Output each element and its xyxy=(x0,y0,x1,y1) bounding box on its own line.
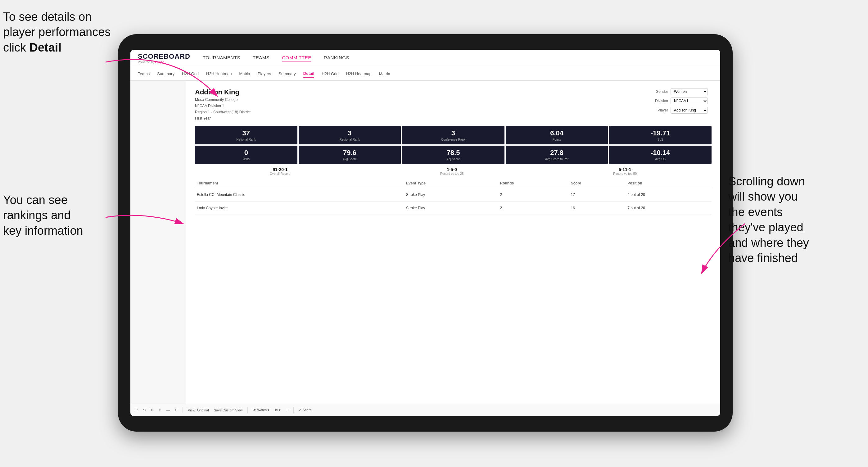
avg-sg-value: -10.14 xyxy=(612,149,709,157)
toolbar-zoom-in[interactable]: ⊕ xyxy=(151,408,154,412)
tournament-name: Lady Coyote Invite xyxy=(195,201,404,215)
player-name: Addison King xyxy=(195,88,251,96)
top25-record-label: Record vs top 25 xyxy=(440,172,464,176)
subnav-matrix2[interactable]: Matrix xyxy=(379,70,390,77)
player-header: Addison King Mesa Community College NJCA… xyxy=(195,88,712,121)
stat-sos: -19.71 SoS xyxy=(609,126,712,145)
sidebar xyxy=(130,81,186,404)
avg-sg-label: Avg SG xyxy=(612,157,709,161)
subnav-teams[interactable]: Teams xyxy=(138,70,150,77)
nav-items: TOURNAMENTS TEAMS COMMITTEE RANKINGS xyxy=(203,55,349,61)
avg-score-par-label: Avg Score to Par xyxy=(508,157,606,161)
toolbar-redo[interactable]: ↪ xyxy=(143,408,146,412)
table-row: Estella CC- Mountain Classic Stroke Play… xyxy=(195,188,712,201)
nav-bar: SCOREBOARD Powered by clippd TOURNAMENTS… xyxy=(130,50,720,67)
toolbar-grid[interactable]: ⊞ xyxy=(286,408,288,412)
nav-teams[interactable]: TEAMS xyxy=(253,55,270,61)
record-overall: 91-20-1 Overall Record xyxy=(270,167,290,176)
subnav-h2h-heatmap[interactable]: H2H Heatmap xyxy=(206,70,231,77)
player-division: NJCAA Division 1 xyxy=(195,103,251,109)
subnav-matrix[interactable]: Matrix xyxy=(239,70,250,77)
annotation-topleft: To see details on player performances cl… xyxy=(3,9,121,55)
event-type: Stroke Play xyxy=(404,201,498,215)
toolbar-monitor[interactable]: 🖥 ▾ xyxy=(274,408,281,412)
stat-conference-rank: 3 Conference Rank xyxy=(402,126,504,145)
toolbar-watch[interactable]: 👁 Watch ▾ xyxy=(253,408,270,412)
player-filters: Gender Women Division NJCAA I xyxy=(649,88,712,121)
subnav-summary2[interactable]: Summary xyxy=(278,70,296,77)
top25-record-value: 1-5-0 xyxy=(440,167,464,172)
conference-rank-label: Conference Rank xyxy=(404,138,502,141)
avg-score-par-value: 27.8 xyxy=(508,149,606,157)
tournament-table: Tournament Event Type Rounds Score Posit… xyxy=(195,179,712,215)
col-tournament: Tournament xyxy=(195,179,404,188)
stat-points: 6.04 Points xyxy=(506,126,608,145)
records-row: 91-20-1 Overall Record 1-5-0 Record vs t… xyxy=(195,167,712,176)
nav-tournaments[interactable]: TOURNAMENTS xyxy=(203,55,240,61)
record-top50: 5-11-1 Record vs top 50 xyxy=(613,167,637,176)
stat-avg-score-par: 27.8 Avg Score to Par xyxy=(506,146,608,164)
player-region: Region 1 - Southwest (18) District xyxy=(195,109,251,115)
stat-avg-score: 79.6 Avg Score xyxy=(299,146,401,164)
subnav-h2h-heatmap2[interactable]: H2H Heatmap xyxy=(346,70,371,77)
subnav-h2h-grid[interactable]: H2H Grid xyxy=(182,70,199,77)
national-rank-label: National Rank xyxy=(197,138,295,141)
toolbar-sep1 xyxy=(183,407,183,413)
subnav-summary[interactable]: Summary xyxy=(157,70,175,77)
tablet-screen: SCOREBOARD Powered by clippd TOURNAMENTS… xyxy=(130,50,720,416)
division-label: Division xyxy=(649,99,668,103)
overall-record-value: 91-20-1 xyxy=(270,167,290,172)
adj-score-label: Adj Score xyxy=(404,157,502,161)
col-rounds: Rounds xyxy=(498,179,569,188)
subnav-players[interactable]: Players xyxy=(258,70,271,77)
main-content: Addison King Mesa Community College NJCA… xyxy=(130,81,720,404)
nav-rankings[interactable]: RANKINGS xyxy=(324,55,349,61)
toolbar-undo[interactable]: ↩ xyxy=(135,408,138,412)
app-title: SCOREBOARD xyxy=(138,53,190,61)
stat-wins: 0 Wins xyxy=(195,146,298,164)
toolbar-sep2 xyxy=(247,407,248,413)
event-type: Stroke Play xyxy=(404,188,498,201)
toolbar-save-custom[interactable]: Save Custom View xyxy=(214,408,243,412)
regional-rank-label: Regional Rank xyxy=(301,138,399,141)
player-info: Addison King Mesa Community College NJCA… xyxy=(195,88,251,121)
table-row: Lady Coyote Invite Stroke Play 2 16 7 ou… xyxy=(195,201,712,215)
gender-label: Gender xyxy=(649,89,668,94)
gender-select[interactable]: Women xyxy=(671,88,708,95)
conference-rank-value: 3 xyxy=(404,129,502,137)
score: 17 xyxy=(569,188,626,201)
toolbar-view-original[interactable]: View: Original xyxy=(188,408,209,412)
adj-score-value: 78.5 xyxy=(404,149,502,157)
stat-national-rank: 37 National Rank xyxy=(195,126,298,145)
player-year: First Year xyxy=(195,116,251,121)
stat-adj-score: 78.5 Adj Score xyxy=(402,146,504,164)
nav-committee[interactable]: COMMITTEE xyxy=(282,55,311,61)
tournament-name: Estella CC- Mountain Classic xyxy=(195,188,404,201)
avg-score-value: 79.6 xyxy=(301,149,399,157)
toolbar-share[interactable]: ⤢ Share xyxy=(299,408,311,412)
wins-label: Wins xyxy=(197,157,295,161)
player-label: Player xyxy=(649,108,668,113)
stats-row-2: 0 Wins 79.6 Avg Score 78.5 Adj Score 27.… xyxy=(195,146,712,164)
position: 7 out of 20 xyxy=(625,201,712,215)
col-position: Position xyxy=(625,179,712,188)
sub-nav: Teams Summary H2H Grid H2H Heatmap Matri… xyxy=(130,67,720,81)
subnav-detail[interactable]: Detail xyxy=(303,70,314,77)
toolbar-zoom-out[interactable]: ⊖ xyxy=(159,408,161,412)
tablet-frame: SCOREBOARD Powered by clippd TOURNAMENTS… xyxy=(118,34,733,432)
division-select[interactable]: NJCAA I xyxy=(671,97,708,104)
toolbar-refresh[interactable]: ⊙ xyxy=(175,408,178,412)
division-filter-row: Division NJCAA I xyxy=(649,97,712,104)
subnav-h2h-grid2[interactable]: H2H Grid xyxy=(321,70,338,77)
player-select[interactable]: Addison King xyxy=(671,107,708,114)
scoreboard-logo: SCOREBOARD Powered by clippd xyxy=(138,53,190,64)
detail-panel: Addison King Mesa Community College NJCA… xyxy=(186,81,720,404)
sos-value: -19.71 xyxy=(612,129,709,137)
points-label: Points xyxy=(508,138,606,141)
stat-avg-sg: -10.14 Avg SG xyxy=(609,146,712,164)
col-event-type: Event Type xyxy=(404,179,498,188)
bottom-toolbar: ↩ ↪ ⊕ ⊖ — ⊙ View: Original Save Custom V… xyxy=(130,404,720,416)
annotation-bottomleft: You can see rankings and key information xyxy=(3,192,115,239)
avg-score-label: Avg Score xyxy=(301,157,399,161)
stats-row-1: 37 National Rank 3 Regional Rank 3 Confe… xyxy=(195,126,712,145)
